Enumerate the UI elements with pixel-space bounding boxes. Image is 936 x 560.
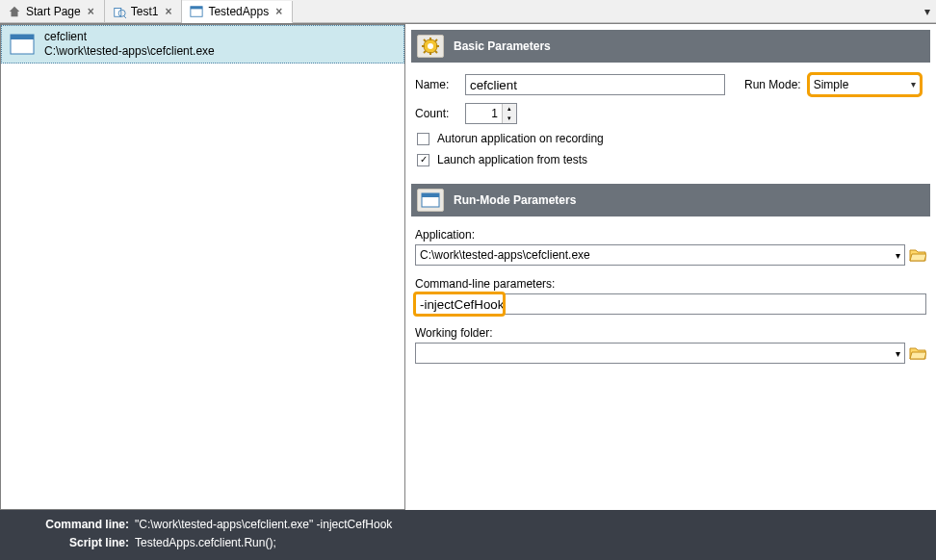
run-mode-label: Run Mode: [744, 78, 801, 91]
script-line-value: TestedApps.cefclient.Run(); [135, 534, 276, 552]
cmd-params-input[interactable] [415, 293, 926, 315]
working-folder-label: Working folder: [415, 326, 926, 340]
runmode-params-header: Run-Mode Parameters [411, 184, 930, 216]
application-label: Application: [415, 228, 926, 242]
tab-close-icon[interactable]: × [273, 5, 284, 18]
tab-tested-apps[interactable]: TestedApps × [182, 1, 293, 23]
window-icon [10, 34, 35, 55]
svg-rect-4 [191, 6, 202, 9]
app-path: C:\work\tested-apps\cefclient.exe [44, 44, 215, 59]
svg-rect-6 [11, 35, 34, 39]
properties-panel: Basic Parameters Name: Run Mode: Simple … [405, 24, 936, 510]
launch-checkbox[interactable] [417, 154, 429, 166]
count-label: Count: [415, 107, 457, 120]
tab-overflow-chevron-icon[interactable]: ▾ [919, 5, 936, 18]
tab-close-icon[interactable]: × [86, 5, 96, 18]
app-name: cefclient [44, 30, 215, 44]
svg-rect-0 [114, 8, 120, 16]
chevron-down-icon: ▾ [896, 348, 900, 359]
svg-rect-10 [422, 193, 439, 197]
basic-params-form: Name: Run Mode: Simple ▾ Count: 1 ▴ ▾ [411, 68, 930, 178]
run-mode-select[interactable]: Simple ▾ [809, 74, 921, 95]
cmd-line-value: "C:\work\tested-apps\cefclient.exe" -inj… [135, 516, 392, 534]
name-label: Name: [415, 78, 457, 91]
app-list-item[interactable]: cefclient C:\work\tested-apps\cefclient.… [1, 25, 404, 64]
launch-label: Launch application from tests [437, 153, 587, 166]
section-title: Basic Parameters [454, 39, 551, 53]
working-folder-input[interactable]: ▾ [415, 343, 905, 364]
autorun-checkbox[interactable] [417, 133, 429, 145]
runmode-params-form: Application: C:\work\tested-apps\cefclie… [411, 222, 930, 375]
basic-params-header: Basic Parameters [411, 30, 930, 63]
svg-point-8 [428, 43, 433, 49]
window-icon [190, 5, 203, 18]
home-icon [8, 5, 21, 18]
window-icon [417, 189, 444, 212]
tab-test1[interactable]: Test1 × [105, 0, 183, 22]
count-spinner[interactable]: 1 ▴ ▾ [465, 103, 517, 124]
count-value: 1 [466, 107, 502, 120]
app-list-panel: cefclient C:\work\tested-apps\cefclient.… [0, 24, 405, 510]
main-body: cefclient C:\work\tested-apps\cefclient.… [0, 23, 936, 510]
autorun-label: Autorun application on recording [437, 132, 604, 145]
cmd-line-label: Command line: [42, 516, 135, 534]
run-mode-value: Simple [814, 78, 849, 91]
spin-up-icon[interactable]: ▴ [503, 104, 516, 114]
tab-start-page[interactable]: Start Page × [0, 0, 105, 22]
folder-open-icon[interactable] [909, 247, 926, 263]
script-line-label: Script line: [42, 534, 135, 552]
cmd-params-label: Command-line parameters: [415, 277, 926, 291]
chevron-down-icon: ▾ [911, 79, 916, 89]
tab-label: Test1 [131, 5, 159, 18]
section-title: Run-Mode Parameters [454, 193, 576, 207]
svg-line-2 [123, 15, 126, 18]
status-bar: Command line: "C:\work\tested-apps\cefcl… [0, 510, 936, 560]
gear-icon [417, 35, 444, 58]
name-input[interactable] [465, 74, 725, 95]
app-list-text: cefclient C:\work\tested-apps\cefclient.… [44, 30, 215, 59]
folder-open-icon[interactable] [909, 345, 926, 361]
application-value: C:\work\tested-apps\cefclient.exe [420, 248, 590, 262]
tab-label: TestedApps [208, 5, 269, 18]
spin-down-icon[interactable]: ▾ [503, 114, 516, 123]
chevron-down-icon: ▾ [896, 250, 900, 261]
tab-close-icon[interactable]: × [163, 5, 173, 18]
application-input[interactable]: C:\work\tested-apps\cefclient.exe ▾ [415, 244, 905, 266]
tab-label: Start Page [26, 5, 81, 18]
test-icon [113, 5, 126, 18]
tab-strip: Start Page × Test1 × TestedApps × ▾ [0, 0, 936, 23]
